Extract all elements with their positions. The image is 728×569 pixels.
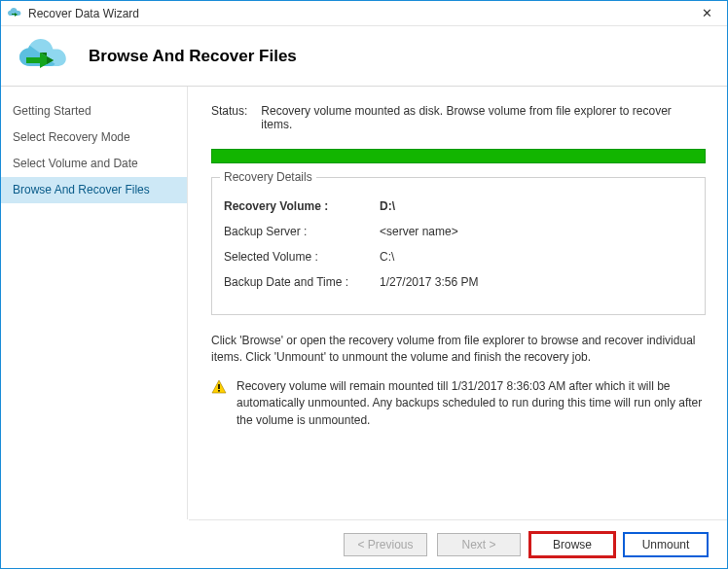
status-label: Status: xyxy=(211,104,247,131)
next-button: Next > xyxy=(437,533,521,556)
page-title: Browse And Recover Files xyxy=(89,47,297,66)
detail-row-backup-server: Backup Server : <server name> xyxy=(224,225,693,238)
sidebar-item-select-recovery-mode[interactable]: Select Recovery Mode xyxy=(1,124,187,151)
wizard-window: Recover Data Wizard ✕ Browse And Recover… xyxy=(0,0,728,569)
unmount-button[interactable]: Unmount xyxy=(624,533,708,556)
main-panel: Status: Recovery volume mounted as disk.… xyxy=(188,87,727,519)
header: Browse And Recover Files xyxy=(1,26,727,87)
detail-row-backup-datetime: Backup Date and Time : 1/27/2017 3:56 PM xyxy=(224,275,693,289)
sidebar-item-browse-recover[interactable]: Browse And Recover Files xyxy=(1,177,187,203)
cloud-logo-icon xyxy=(17,37,71,76)
status-row: Status: Recovery volume mounted as disk.… xyxy=(211,104,706,131)
svg-rect-0 xyxy=(218,384,220,389)
progress-bar xyxy=(211,149,706,163)
close-icon[interactable]: ✕ xyxy=(692,6,721,20)
svg-rect-1 xyxy=(218,390,220,392)
status-text: Recovery volume mounted as disk. Browse … xyxy=(261,104,706,131)
group-title: Recovery Details xyxy=(220,170,316,184)
window-title: Recover Data Wizard xyxy=(28,7,692,20)
recovery-details-group: Recovery Details Recovery Volume : D:\ B… xyxy=(211,177,706,315)
warning-row: Recovery volume will remain mounted till… xyxy=(211,378,706,429)
sidebar-item-getting-started[interactable]: Getting Started xyxy=(1,98,187,124)
titlebar: Recover Data Wizard ✕ xyxy=(1,1,727,26)
cloud-icon xyxy=(7,6,22,21)
previous-button: < Previous xyxy=(344,533,427,556)
warning-text: Recovery volume will remain mounted till… xyxy=(237,378,706,429)
browse-button[interactable]: Browse xyxy=(530,533,614,556)
description-text: Click 'Browse' or open the recovery volu… xyxy=(211,333,706,367)
detail-row-recovery-volume: Recovery Volume : D:\ xyxy=(224,199,693,213)
footer-buttons: < Previous Next > Browse Unmount xyxy=(189,519,727,568)
sidebar-item-select-volume-date[interactable]: Select Volume and Date xyxy=(1,151,187,177)
detail-row-selected-volume: Selected Volume : C:\ xyxy=(224,250,693,264)
wizard-steps-sidebar: Getting Started Select Recovery Mode Sel… xyxy=(1,87,188,519)
warning-icon xyxy=(211,379,227,395)
